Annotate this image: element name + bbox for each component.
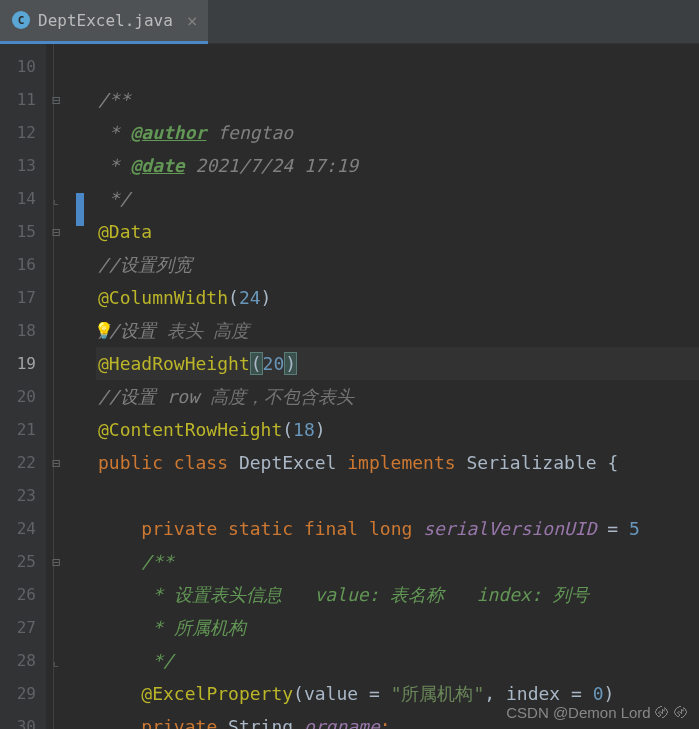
line-number-gutter: 10 11 12 13 14 15 16 17 18 19 20 21 22 2… [0, 44, 46, 729]
fold-mark [46, 413, 66, 446]
line-number: 22 [0, 446, 46, 479]
line-number: 21 [0, 413, 46, 446]
fold-mark [46, 116, 66, 149]
fold-open-icon[interactable]: ⊟ [46, 446, 66, 479]
code-line: 💡//设置 表头 高度 [96, 314, 699, 347]
tab-deptexcel[interactable]: C DeptExcel.java × [0, 0, 208, 44]
line-number: 16 [0, 248, 46, 281]
line-number: 29 [0, 677, 46, 710]
fold-mark [46, 248, 66, 281]
close-icon[interactable]: × [187, 10, 198, 31]
fold-close-icon[interactable]: ⌞ [46, 182, 66, 215]
code-area[interactable]: /** * @author fengtao * @date 2021/7/24 … [96, 44, 699, 729]
code-line: private static final long serialVersionU… [96, 512, 699, 545]
fold-mark [46, 512, 66, 545]
code-line: * 设置表头信息 value: 表名称 index: 列号 [96, 578, 699, 611]
tab-label: DeptExcel.java [38, 11, 173, 30]
code-line: * 所属机构 [96, 611, 699, 644]
line-number: 26 [0, 578, 46, 611]
line-number: 17 [0, 281, 46, 314]
code-line: * @date 2021/7/24 17:19 [96, 149, 699, 182]
line-number: 12 [0, 116, 46, 149]
line-number: 20 [0, 380, 46, 413]
code-line [96, 479, 699, 512]
code-line: @ContentRowHeight(18) [96, 413, 699, 446]
fold-mark [46, 314, 66, 347]
code-line: /** [96, 545, 699, 578]
fold-mark [46, 149, 66, 182]
line-number-active: 19 [0, 347, 46, 380]
java-class-icon: C [12, 11, 30, 29]
fold-mark [46, 578, 66, 611]
line-number: 27 [0, 611, 46, 644]
code-line: */ [96, 644, 699, 677]
line-number: 23 [0, 479, 46, 512]
fold-mark [46, 710, 66, 729]
tab-bar: C DeptExcel.java × [0, 0, 699, 44]
fold-open-icon[interactable]: ⊟ [46, 545, 66, 578]
line-number: 30 [0, 710, 46, 729]
fold-open-icon[interactable]: ⊟ [46, 215, 66, 248]
line-number: 25 [0, 545, 46, 578]
watermark-text: CSDN @Demon Lord 〄 〄 [506, 704, 689, 721]
fold-close-icon[interactable]: ⌞ [46, 644, 66, 677]
fold-gutter: ⊟ ⌞ ⊟ ⊟ ⊟ ⌞ [46, 44, 66, 729]
caret-gutter-mark [76, 193, 84, 226]
line-number: 10 [0, 50, 46, 83]
fold-mark [46, 281, 66, 314]
code-line: public class DeptExcel implements Serial… [96, 446, 699, 479]
line-number: 28 [0, 644, 46, 677]
line-number: 14 [0, 182, 46, 215]
fold-mark [46, 677, 66, 710]
code-line: //设置列宽 [96, 248, 699, 281]
code-line: @Data [96, 215, 699, 248]
code-line [96, 50, 699, 83]
fold-mark [46, 347, 66, 380]
code-line: * @author fengtao [96, 116, 699, 149]
line-number: 24 [0, 512, 46, 545]
intention-bulb-icon[interactable]: 💡 [96, 321, 113, 339]
line-number: 15 [0, 215, 46, 248]
code-line: /** [96, 83, 699, 116]
code-line-current: @HeadRowHeight(20) [96, 347, 699, 380]
code-line: @ColumnWidth(24) [96, 281, 699, 314]
line-number: 11 [0, 83, 46, 116]
fold-mark [46, 611, 66, 644]
indent-gutter [66, 44, 96, 729]
line-number: 18 [0, 314, 46, 347]
fold-mark [46, 479, 66, 512]
fold-open-icon[interactable]: ⊟ [46, 83, 66, 116]
code-line: //设置 row 高度，不包含表头 [96, 380, 699, 413]
line-number: 13 [0, 149, 46, 182]
code-line: */ [96, 182, 699, 215]
fold-mark [46, 380, 66, 413]
editor[interactable]: 10 11 12 13 14 15 16 17 18 19 20 21 22 2… [0, 44, 699, 729]
fold-mark [46, 50, 66, 83]
